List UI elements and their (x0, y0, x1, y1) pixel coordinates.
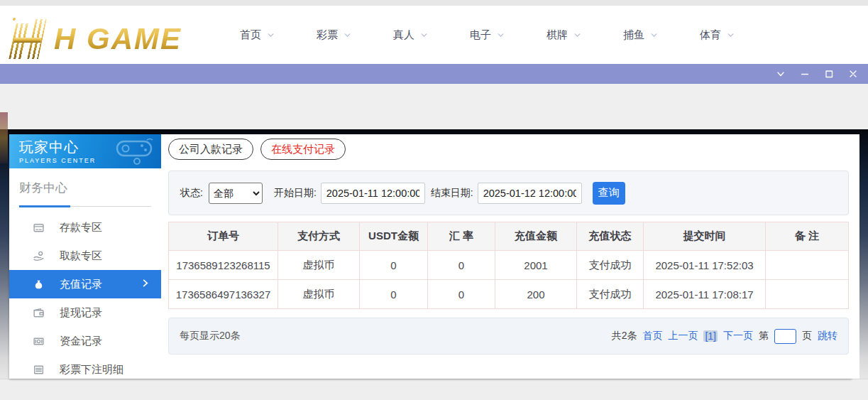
column-header-status: 充值状态 (577, 222, 644, 251)
total-count-text: 共2条 (612, 330, 637, 342)
sidebar-item-label: 存款专区 (60, 221, 102, 234)
window-maximize-button[interactable] (820, 65, 838, 82)
sidebar-item-lottery-bet-details[interactable]: 彩票下注明细 (9, 355, 161, 384)
chevron-down-icon (726, 31, 735, 40)
section-title: 财务中心 (19, 180, 151, 196)
main-panel: 公司入款记录在线支付记录 状态: 全部 开始日期: 结束日期: 查询 订单号支付… (161, 134, 859, 379)
list-icon (33, 364, 45, 376)
table-row: 1736589123268115虚拟币002001支付成功2025-01-11 … (169, 251, 849, 280)
cell-usdt-amount: 0 (360, 251, 428, 280)
logo[interactable]: H GAME (7, 9, 206, 60)
section-underline (19, 205, 151, 207)
status-label: 状态: (180, 187, 203, 200)
chevron-down-icon (496, 31, 505, 40)
pagination-bar: 每页显示20条 共2条 首页 上一页 [1] 下一页 第 页 跳转 (168, 318, 849, 355)
nav-item-electronic[interactable]: 电子 (470, 28, 505, 42)
page-jump-input[interactable] (774, 329, 796, 344)
handcoin-icon (33, 250, 45, 262)
first-page-link[interactable]: 首页 (642, 330, 662, 342)
sidebar-item-label: 提现记录 (60, 306, 102, 320)
tab-company-deposit[interactable]: 公司入款记录 (168, 139, 253, 160)
window-titlebar (0, 64, 868, 84)
cell-order-no: 1736589123268115 (169, 251, 278, 280)
window-minimize-button[interactable] (796, 65, 814, 82)
jump-button[interactable]: 跳转 (818, 330, 837, 342)
wallet-icon (33, 307, 45, 319)
window-chevron-button[interactable] (771, 65, 790, 82)
sidebar-menu: 存款专区取款专区充值记录提现记录资金记录彩票下注明细 (9, 213, 161, 384)
nav-item-label: 棋牌 (546, 28, 568, 42)
table-header-row: 订单号支付方式USDT金额汇 率充值金额充值状态提交时间备 注 (169, 222, 849, 251)
cell-rate: 0 (428, 280, 495, 309)
column-header-usdt-amount: USDT金额 (360, 222, 428, 251)
query-button[interactable]: 查询 (593, 182, 625, 205)
cell-amount: 2001 (495, 251, 577, 280)
sidebar-section-finance: 财务中心 (9, 168, 161, 207)
chevron-right-icon (140, 278, 150, 288)
records-table: 订单号支付方式USDT金额汇 率充值金额充值状态提交时间备 注 17365891… (168, 222, 849, 309)
nav-item-fishing[interactable]: 捕鱼 (623, 28, 659, 42)
cell-submit-time: 2025-01-11 17:08:17 (644, 280, 766, 309)
end-date-label: 结束日期: (431, 187, 473, 200)
cell-rate: 0 (428, 251, 495, 280)
column-header-submit-time: 提交时间 (644, 222, 766, 251)
wallet-icon (33, 307, 45, 319)
nav-item-lottery[interactable]: 彩票 (317, 28, 352, 42)
chevron-down-icon (266, 31, 275, 40)
sidebar-item-label: 取款专区 (60, 249, 102, 263)
table-row: 1736586497136327虚拟币00200支付成功2025-01-11 1… (169, 280, 849, 309)
sidebar-item-label: 资金记录 (60, 335, 102, 348)
tab-online-payment[interactable]: 在线支付记录 (260, 139, 346, 160)
nav-item-home[interactable]: 首页 (240, 28, 275, 42)
current-page-indicator[interactable]: [1] (703, 330, 718, 342)
cell-order-no: 1736586497136327 (169, 280, 278, 309)
chevron-down-icon (649, 31, 659, 40)
sidebar-item-recharge-records[interactable]: 充值记录 (9, 270, 161, 298)
cell-status: 支付成功 (577, 251, 644, 280)
sidebar-item-cashout-records[interactable]: 提现记录 (9, 298, 161, 327)
logo-mark-icon (3, 18, 57, 60)
logo-text: H GAME (54, 18, 182, 60)
column-header-amount: 充值金额 (495, 222, 577, 251)
nav-item-label: 捕鱼 (623, 28, 644, 42)
sidebar-item-withdraw-zone[interactable]: 取款专区 (9, 242, 161, 270)
status-select[interactable]: 全部 (209, 183, 263, 204)
sidebar-item-deposit-zone[interactable]: 存款专区 (9, 213, 161, 242)
main-nav: 首页彩票真人电子棋牌捕鱼体育 (240, 28, 735, 42)
gray-band (0, 84, 868, 129)
chevron-down-icon (775, 68, 786, 80)
nav-item-label: 真人 (393, 28, 414, 42)
handcoin-icon (33, 250, 45, 262)
sidebar: 玩家中心 PLAYERS CENTER 财务中心 (9, 134, 161, 379)
cell-remark (766, 280, 849, 309)
chevron-down-icon (419, 31, 429, 40)
prev-page-link[interactable]: 上一页 (668, 330, 698, 342)
cell-usdt-amount: 0 (360, 280, 428, 309)
nav-item-live[interactable]: 真人 (393, 28, 429, 42)
start-date-label: 开始日期: (274, 187, 317, 200)
content-background: 玩家中心 PLAYERS CENTER 财务中心 (0, 129, 868, 379)
chevron-down-icon (343, 31, 352, 40)
page: H GAME 首页彩票真人电子棋牌捕鱼体育 玩家中心 PLAYERS CENTE… (0, 0, 868, 400)
cell-submit-time: 2025-01-11 17:52:03 (644, 251, 766, 280)
jump-suffix-label: 页 (802, 330, 812, 342)
minimize-icon (799, 68, 811, 80)
column-header-rate: 汇 率 (428, 222, 495, 251)
sidebar-item-label: 充值记录 (60, 278, 102, 291)
close-icon (847, 68, 859, 80)
nav-item-chess[interactable]: 棋牌 (546, 28, 582, 42)
cell-remark (766, 251, 849, 280)
window-close-button[interactable] (844, 65, 862, 82)
end-date-input[interactable] (478, 183, 582, 204)
next-page-link[interactable]: 下一页 (723, 330, 753, 342)
cell-pay-method: 虚拟币 (278, 280, 360, 309)
list-icon (33, 364, 45, 376)
nav-item-label: 电子 (470, 28, 491, 42)
page-size-text: 每页显示20条 (180, 330, 241, 342)
card-icon (33, 222, 45, 234)
background-texture (0, 112, 8, 163)
sidebar-item-funds-records[interactable]: 资金记录 (9, 327, 161, 355)
nav-item-sports[interactable]: 体育 (700, 28, 735, 42)
nav-item-label: 彩票 (317, 28, 338, 42)
start-date-input[interactable] (321, 183, 425, 204)
